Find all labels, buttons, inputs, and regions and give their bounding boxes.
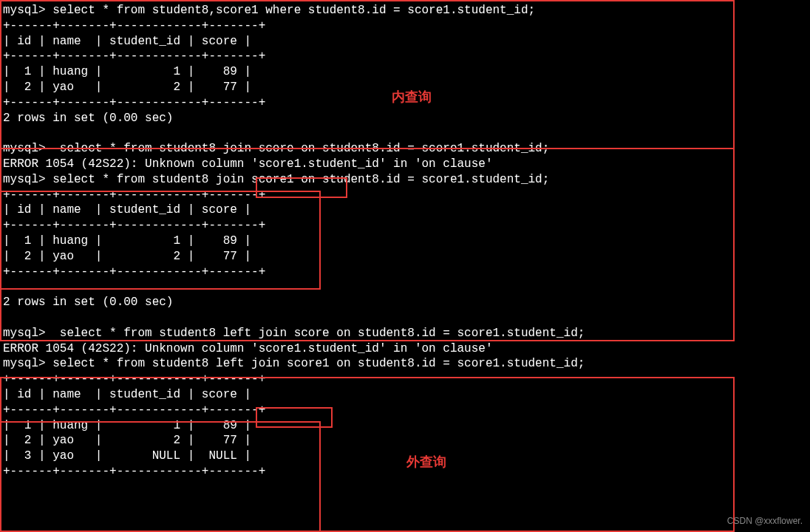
table-border: +------+-------+------------+-------+ (0, 188, 810, 203)
result-count: 2 rows in set (0.00 sec) (0, 295, 810, 310)
table-row: | 2 | yao | 2 | 77 | (0, 433, 810, 449)
table-row: | 1 | huang | 1 | 89 | (0, 418, 810, 434)
blank (0, 279, 810, 295)
table-row: | 1 | huang | 1 | 89 | (0, 233, 810, 249)
table-border: +------+-------+------------+-------+ (0, 49, 810, 64)
annotation-label-outer: 外查询 (406, 454, 446, 471)
table-border: +------+-------+------------+-------+ (0, 403, 810, 418)
error-line: ERROR 1054 (42S22): Unknown column 'scor… (0, 341, 810, 357)
watermark: CSDN @xxxflower. (727, 516, 803, 528)
blank (0, 126, 810, 141)
blank (0, 310, 810, 326)
sql-query: mysql> select * from student8 join score… (0, 172, 810, 188)
sql-query: mysql> select * from student8,score1 whe… (0, 3, 810, 18)
sql-query: mysql> select * from student8 join score… (0, 141, 810, 157)
table-row: | 2 | yao | 2 | 77 | (0, 249, 810, 265)
table-border: +------+-------+------------+-------+ (0, 18, 810, 34)
sql-query: mysql> select * from student8 left join … (0, 326, 810, 341)
error-line: ERROR 1054 (42S22): Unknown column 'scor… (0, 157, 810, 172)
table-border: +------+-------+------------+-------+ (0, 218, 810, 233)
table-header: | id | name | student_id | score | (0, 202, 810, 218)
table-row: | 1 | huang | 1 | 89 | (0, 64, 810, 80)
table-row: | 3 | yao | NULL | NULL | (0, 449, 810, 464)
table-header: | id | name | student_id | score | (0, 34, 810, 50)
result-count: 2 rows in set (0.00 sec) (0, 111, 810, 126)
table-border: +------+-------+------------+-------+ (0, 464, 810, 480)
annotation-label-inner: 内查询 (392, 89, 432, 106)
sql-query: mysql> select * from student8 left join … (0, 356, 810, 372)
table-border: +------+-------+------------+-------+ (0, 372, 810, 387)
table-border: +------+-------+------------+-------+ (0, 265, 810, 280)
table-header: | id | name | student_id | score | (0, 387, 810, 403)
terminal-output: mysql> select * from student8,score1 whe… (0, 0, 810, 482)
